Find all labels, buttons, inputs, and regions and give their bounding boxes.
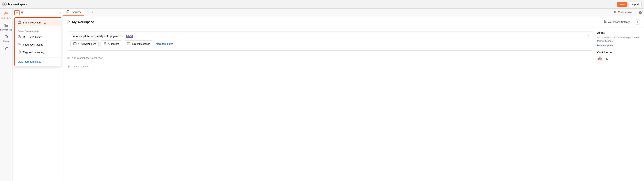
contributors-title: Contributors [597,51,640,54]
content-main: Use a template to quickly set up your w.… [67,31,593,177]
api-development-button[interactable]: API development [70,41,98,47]
add-description-label: Add Workspace Description [72,57,103,59]
api-dev-icon [74,42,76,46]
main-area: Collections Environments [0,9,644,181]
pin-collections-button[interactable]: Pin Collections [67,62,593,71]
integration-label: Integration testing [23,43,43,46]
tab-add-button[interactable]: + [84,9,90,16]
regression-icon [18,50,21,54]
sidebar-item-environments[interactable]: Environments [1,22,12,33]
incident-response-button[interactable]: Incident response [124,41,153,47]
more-templates-link[interactable]: More templates [156,42,173,45]
svg-rect-2 [5,24,8,25]
template-card-close-button[interactable]: × [586,34,591,38]
template-card-header: Use a template to quickly set up your w.… [70,35,590,38]
about-more-templates-link[interactable]: More templates [597,44,613,47]
dropdown-divider [15,28,61,28]
environments-label: Environments [0,29,12,31]
grid-icon-button[interactable] [637,9,644,16]
template-rest-api-item[interactable]: REST API basics [15,33,61,41]
svg-point-32 [604,22,605,23]
svg-rect-1 [5,13,8,15]
svg-point-30 [604,21,605,21]
incident-response-label: Incident response [132,43,150,45]
contributor-avatar [597,56,603,62]
collections-panel: + ··· [12,9,63,181]
collections-more-button[interactable]: ··· [58,11,61,15]
description-icon [67,56,70,60]
import-button[interactable]: Import [628,2,642,7]
environment-selector[interactable]: No Environment ▾ [612,9,637,16]
api-testing-icon [104,42,106,46]
collection-number-badge: 1 [44,21,46,24]
svg-rect-25 [641,13,642,14]
top-bar-left: My Workspace [2,2,615,7]
workspace-info-button[interactable]: i [635,19,640,25]
integration-icon [18,43,21,47]
workspace-settings-button[interactable]: Workspace Settings [602,19,632,25]
sidebar-icons: Collections Environments [0,9,12,181]
create-from-template-label: Create from template [15,29,61,33]
add-collection-button[interactable]: + [14,10,20,15]
main-content: Overview + ··· No Environment ▾ [63,9,644,181]
svg-rect-8 [6,47,8,48]
view-more-templates-link[interactable]: View more templates → [15,59,61,65]
svg-rect-3 [5,26,8,27]
svg-point-31 [605,21,606,22]
svg-rect-23 [641,11,642,12]
blank-collection-label: Blank collection [23,21,40,24]
api-testing-label: API testing [108,43,119,45]
svg-point-19 [19,44,21,45]
sidebar-item-collections[interactable]: Collections [1,10,12,21]
rest-api-label: REST API basics [23,36,42,39]
overview-tab[interactable]: Overview [63,9,84,16]
collections-label: Collections [1,17,11,19]
svg-line-34 [75,43,75,44]
svg-point-49 [600,58,600,59]
environments-icon [4,23,8,28]
top-bar: My Workspace New Import [0,0,644,9]
svg-rect-13 [18,21,21,24]
env-caret-icon: ▾ [634,11,635,14]
panel-resize-handle[interactable] [62,9,64,181]
template-regression-item[interactable]: Regression testing [15,49,61,56]
sidebar-item-apps[interactable] [1,45,12,53]
svg-point-21 [19,52,20,52]
pin-icon [67,65,70,68]
filter-icon[interactable] [21,11,57,15]
content-sidebar: About Add a summary to outline the purpo… [597,31,640,177]
workspace-name: My Workspace [72,20,94,24]
template-card: Use a template to quickly set up your w.… [67,31,593,51]
template-integration-item[interactable]: Integration testing [15,41,61,49]
blank-collection-item[interactable]: Blank collection 1 [15,19,61,26]
svg-point-37 [128,43,128,44]
add-description-button[interactable]: Add Workspace Description [67,54,593,62]
env-label: No Environment [614,11,632,14]
new-button[interactable]: New [617,2,628,7]
pin-collections-label: Pin Collections [72,65,88,68]
about-description: Add a summary to outline the purpose of … [597,36,640,43]
workspace-name-area: My Workspace [67,20,602,24]
svg-rect-22 [639,11,640,12]
collections-icon [4,12,8,17]
blank-collection-icon [18,21,21,25]
history-label: History [3,40,9,42]
dropdown-divider-2 [15,57,61,58]
workspace-settings-label: Workspace Settings [608,21,630,24]
sidebar-item-history[interactable]: History [1,33,12,44]
collections-dropdown-menu: Blank collection 1 Create from template … [14,17,61,66]
settings-sliders-icon [604,20,607,24]
tab-more-button[interactable]: ··· [90,9,96,16]
svg-rect-24 [639,13,640,14]
workspace-person-icon [67,20,71,24]
apps-icon [4,46,8,51]
overview-tab-label: Overview [71,11,81,14]
svg-rect-7 [5,47,6,48]
svg-point-35 [104,42,106,45]
svg-rect-9 [5,49,6,50]
template-buttons: API development API te [70,41,590,47]
api-testing-button[interactable]: API testing [100,41,122,47]
collections-header: + ··· [12,9,63,17]
overview-tab-icon [66,10,70,14]
contributors-section: Contributors [597,51,640,62]
